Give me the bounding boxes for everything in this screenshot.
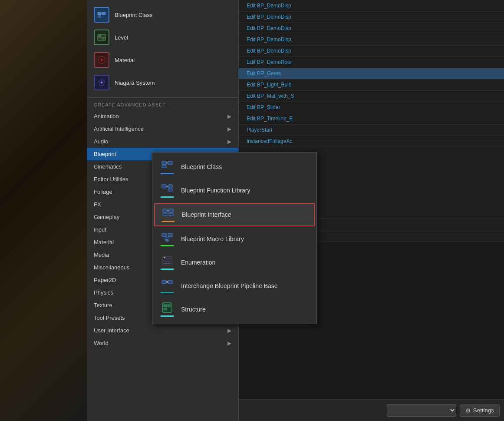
quick-niagara[interactable]: Niagara System	[87, 71, 238, 94]
blueprint-submenu-item-label: Interchange Blueprint Pipeline Base	[181, 282, 278, 289]
interchange-blueprint-pipeline-base-icon	[159, 278, 175, 293]
sidebar-item-label: Audio	[94, 138, 108, 145]
blueprint-submenu-item-label: Blueprint Function Library	[181, 187, 250, 194]
sidebar-item-label: FX	[94, 201, 101, 208]
sidebar-item-label: Blueprint	[94, 151, 116, 157]
sidebar-item-label: Miscellaneous	[94, 264, 129, 271]
enumeration-icon	[159, 255, 175, 270]
structure-icon	[159, 302, 175, 317]
svg-rect-40	[162, 303, 172, 312]
gear-icon: ⚙	[465, 407, 471, 414]
sidebar-item-label: Texture	[94, 302, 112, 308]
svg-point-39	[166, 281, 168, 283]
sidebar-item-animation[interactable]: Animation▶	[87, 110, 238, 123]
svg-rect-23	[169, 209, 173, 212]
sidebar-item-label: World	[94, 340, 109, 346]
blueprint-submenu-blueprint-macro-library[interactable]: MBlueprint Macro Library	[152, 227, 316, 251]
sidebar-item-label: Gameplay	[94, 214, 119, 220]
niagara-icon	[94, 75, 109, 90]
svg-rect-37	[168, 280, 172, 284]
chevron-right-icon: ▶	[227, 139, 231, 145]
svg-rect-41	[164, 305, 167, 307]
sidebar-item-user-interface[interactable]: User Interface▶	[87, 324, 238, 337]
svg-rect-19	[168, 185, 172, 188]
blueprint-class-icon	[94, 7, 109, 23]
blueprint-submenu-popup: Blueprint ClassBlueprint Function Librar…	[152, 152, 317, 324]
svg-rect-16	[162, 166, 166, 168]
svg-rect-22	[163, 209, 167, 212]
blueprint-interface-icon	[160, 207, 176, 222]
asset-edit-link[interactable]: Edit BP_DemoDisp	[243, 34, 504, 45]
svg-rect-36	[162, 280, 166, 284]
svg-rect-6	[99, 35, 101, 37]
blueprint-submenu-item-label: Blueprint Class	[181, 163, 222, 170]
svg-rect-0	[98, 12, 101, 15]
sidebar-item-label: Tool Presets	[94, 315, 125, 321]
sidebar-item-world[interactable]: World▶	[87, 337, 238, 349]
asset-edit-link[interactable]: Edit BP_Timeline_E	[243, 113, 504, 124]
blueprint-submenu-item-label: Blueprint Interface	[182, 211, 231, 218]
svg-rect-43	[164, 308, 167, 310]
asset-edit-link[interactable]: Edit BP_DemoDisp	[243, 11, 504, 23]
sidebar-item-label: Cinematics	[94, 163, 122, 170]
asset-edit-link[interactable]: Edit BP_Gears	[243, 68, 504, 79]
sidebar-item-label: Media	[94, 252, 109, 258]
sidebar-item-audio[interactable]: Audio▶	[87, 135, 238, 148]
blueprint-submenu-interchange-blueprint-pipeline-base[interactable]: Interchange Blueprint Pipeline Base	[152, 274, 316, 298]
blueprint-submenu-item-label: Enumeration	[181, 259, 215, 266]
chevron-right-icon: ▶	[227, 126, 231, 132]
svg-rect-28	[168, 233, 172, 237]
blueprint-macro-library-icon: M	[159, 232, 175, 246]
sidebar-item-label: Editor Utilities	[94, 176, 128, 182]
svg-rect-42	[168, 305, 171, 307]
blueprint-function-library-icon	[159, 183, 175, 198]
asset-edit-link[interactable]: InstancedFoliageAc	[243, 136, 504, 147]
quick-blueprint-class[interactable]: Blueprint Class	[87, 3, 238, 26]
settings-label: Settings	[473, 407, 494, 414]
view-dropdown[interactable]	[387, 404, 456, 417]
asset-edit-link[interactable]: Edit BP_Mat_with_S	[243, 90, 504, 102]
asset-edit-link[interactable]: Edit BP_DemoDisp	[243, 23, 504, 34]
svg-rect-27	[162, 233, 166, 237]
svg-rect-24	[163, 213, 167, 215]
sidebar-item-label: Animation	[94, 113, 119, 119]
sidebar-item-label: Input	[94, 226, 106, 233]
blueprint-submenu-item-label: Structure	[181, 306, 206, 313]
blueprint-submenu-blueprint-interface[interactable]: Blueprint Interface	[154, 203, 315, 226]
svg-rect-20	[168, 189, 172, 191]
asset-edit-link[interactable]: Edit BP_Slider	[243, 102, 504, 113]
asset-edit-link[interactable]: PlayerStart	[243, 124, 504, 136]
sidebar-item-label: Artificial Intelligence	[94, 126, 144, 132]
blueprint-submenu-blueprint-function-library[interactable]: Blueprint Function Library	[152, 179, 316, 202]
sidebar-item-label: User Interface	[94, 327, 129, 334]
chevron-right-icon: ▶	[227, 340, 231, 346]
asset-edit-link[interactable]: Edit BP_DemoRoor	[243, 56, 504, 68]
create-advanced-header: CREATE ADVANCED ASSET	[87, 98, 238, 110]
material-icon	[94, 52, 109, 68]
svg-rect-18	[162, 185, 166, 188]
blueprint-submenu-structure[interactable]: Structure	[152, 298, 316, 321]
asset-edit-link[interactable]: Edit BP_DemoDisp	[243, 0, 504, 11]
quick-material[interactable]: Material	[87, 49, 238, 71]
material-label: Material	[115, 57, 135, 63]
sidebar-item-label: Foliage	[94, 189, 112, 195]
svg-rect-35	[164, 257, 165, 258]
asset-edit-link[interactable]: Edit BP_Light_Bulb	[243, 79, 504, 90]
asset-edit-link[interactable]: Edit BP_DemoDisp	[243, 45, 504, 56]
blueprint-class-icon	[159, 159, 175, 174]
svg-rect-15	[168, 161, 172, 165]
top-quick-access: Blueprint Class Level Mater	[87, 0, 238, 98]
blueprint-submenu-enumeration[interactable]: Enumeration	[152, 251, 316, 274]
quick-level[interactable]: Level	[87, 26, 238, 49]
settings-button[interactable]: ⚙ Settings	[460, 404, 500, 417]
blueprint-submenu-blueprint-class[interactable]: Blueprint Class	[152, 155, 316, 179]
level-icon	[94, 30, 109, 45]
sidebar-item-label: Paper2D	[94, 277, 116, 283]
svg-point-13	[101, 82, 102, 83]
svg-rect-25	[169, 213, 173, 215]
sidebar-item-label: Physics	[94, 289, 113, 296]
sidebar-item-artificial-intelligence[interactable]: Artificial Intelligence▶	[87, 123, 238, 135]
sidebar-item-label: Material	[94, 239, 114, 245]
svg-rect-2	[98, 16, 101, 17]
level-label: Level	[115, 34, 128, 41]
